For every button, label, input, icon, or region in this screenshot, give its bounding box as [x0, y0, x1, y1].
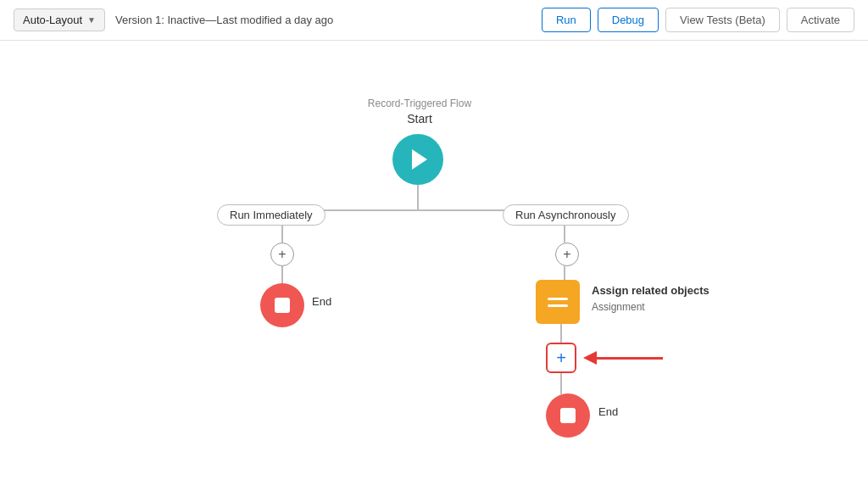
view-tests-button[interactable]: View Tests (Beta)	[665, 8, 780, 32]
stop-icon-left	[275, 298, 290, 313]
activate-button[interactable]: Activate	[787, 8, 854, 32]
plus-icon-left: +	[278, 247, 286, 262]
version-text: Version 1: Inactive—Last modified a day …	[115, 14, 531, 26]
plus-icon-right: +	[563, 247, 570, 262]
branch-right-label[interactable]: Run Asynchronously	[503, 204, 629, 226]
action-buttons: Run Debug View Tests (Beta) Activate	[542, 8, 854, 32]
flow-canvas: Record-Triggered Flow Start Run Immediat…	[0, 41, 868, 491]
play-icon	[412, 149, 427, 170]
add-button-left[interactable]: +	[270, 243, 294, 266]
assign-line-2	[548, 304, 568, 307]
assignment-icon	[548, 298, 568, 307]
auto-layout-label: Auto-Layout	[23, 14, 82, 26]
end-label-left: End	[312, 295, 331, 308]
chevron-down-icon: ▼	[87, 15, 96, 25]
topbar: Auto-Layout ▼ Version 1: Inactive—Last m…	[0, 0, 868, 41]
add-button-right[interactable]: +	[555, 243, 579, 266]
run-button[interactable]: Run	[542, 8, 591, 32]
flow-start-label: Start	[331, 111, 509, 128]
add-button-highlighted[interactable]: +	[546, 343, 576, 373]
assign-label: Assign related objects Assignment	[592, 282, 709, 315]
auto-layout-button[interactable]: Auto-Layout ▼	[14, 8, 105, 31]
red-arrow	[583, 351, 663, 365]
stop-icon-bottom	[560, 408, 576, 423]
flow-subtitle: Record-Triggered Flow	[331, 97, 509, 111]
plus-icon-highlighted: +	[556, 349, 566, 368]
end-node-left[interactable]	[260, 283, 304, 327]
branch-left-label[interactable]: Run Immediately	[217, 204, 326, 226]
flow-title: Record-Triggered Flow Start	[331, 97, 509, 127]
assign-node[interactable]	[536, 280, 580, 324]
end-label-bottom: End	[598, 405, 618, 418]
assign-node-name: Assign related objects	[592, 282, 709, 299]
end-node-bottom[interactable]	[546, 393, 590, 438]
assign-node-type: Assignment	[592, 299, 709, 315]
assign-line-1	[548, 298, 568, 300]
arrow-line	[595, 357, 663, 360]
start-node[interactable]	[392, 134, 443, 185]
debug-button[interactable]: Debug	[598, 8, 659, 32]
